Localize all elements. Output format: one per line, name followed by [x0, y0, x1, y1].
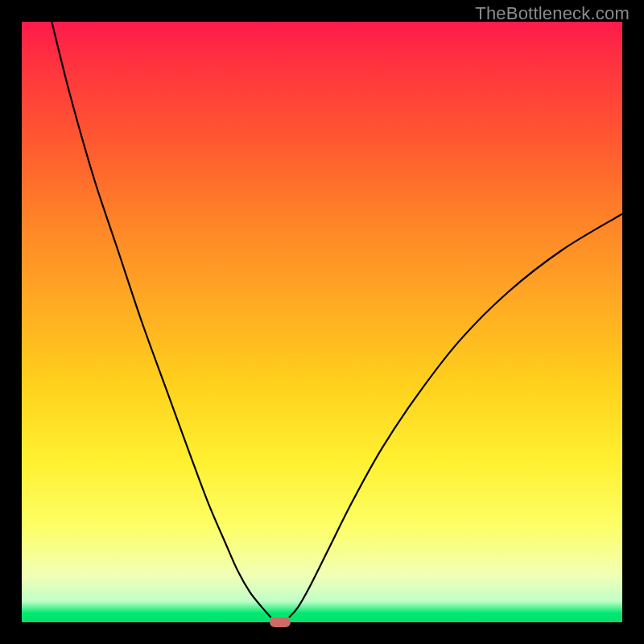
- optimal-marker: [270, 617, 291, 627]
- watermark-text: TheBottleneck.com: [475, 3, 630, 24]
- curve-left: [52, 22, 270, 617]
- bottleneck-curve: [22, 22, 622, 622]
- chart-frame: TheBottleneck.com: [0, 0, 644, 644]
- chart-plot-area: [22, 22, 622, 622]
- curve-right: [289, 214, 622, 617]
